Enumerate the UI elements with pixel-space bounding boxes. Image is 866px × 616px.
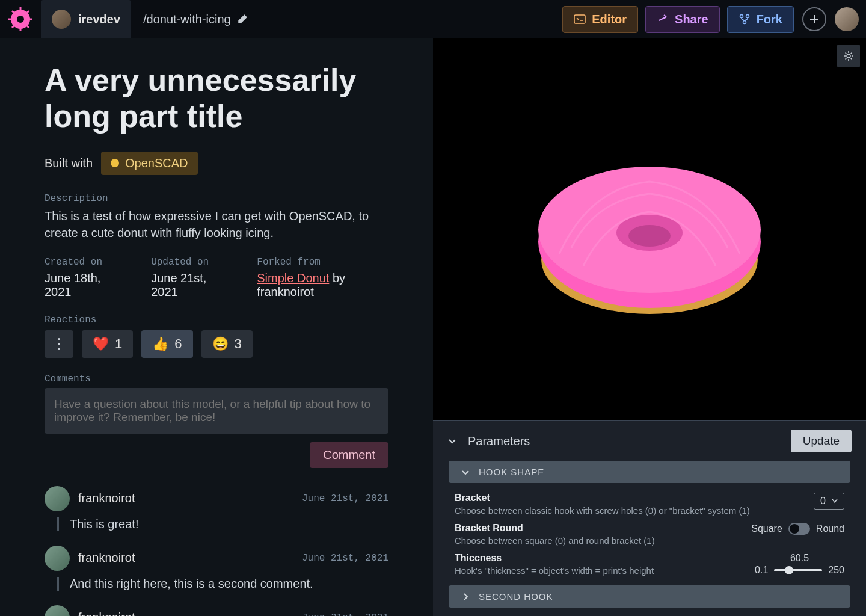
chevron-down-icon xyxy=(461,467,470,477)
fork-button[interactable]: Fork xyxy=(727,6,794,33)
svg-point-15 xyxy=(58,343,60,345)
current-user-avatar[interactable] xyxy=(835,7,859,31)
slider-max: 250 xyxy=(828,565,844,576)
reaction-count: 1 xyxy=(115,336,122,352)
comment-body: This is great! xyxy=(57,517,388,531)
param-bracket-round: Bracket Round Choose between square (0) … xyxy=(433,519,866,549)
tool-name: OpenSCAD xyxy=(125,156,188,170)
description-label: Description xyxy=(45,193,388,204)
svg-point-22 xyxy=(628,225,671,247)
share-button[interactable]: Share xyxy=(645,6,720,33)
forked-by-prefix: by xyxy=(329,271,345,285)
toggle-left-label: Square xyxy=(751,523,782,534)
share-icon xyxy=(657,13,669,25)
built-with-row: Built with OpenSCAD xyxy=(45,152,388,175)
reactions-more-button[interactable] xyxy=(45,330,73,358)
bracket-round-toggle[interactable] xyxy=(788,523,810,535)
dots-vertical-icon xyxy=(57,337,61,351)
toggle-right-label: Round xyxy=(816,523,844,534)
reactions-row: ❤️1👍6😄3 xyxy=(45,330,388,358)
reaction-count: 6 xyxy=(174,336,182,352)
comment: franknoirotJune 21st, 2021And this right… xyxy=(45,605,388,616)
svg-line-7 xyxy=(26,25,29,28)
param-help: Hook's "thickness" = object's width = pr… xyxy=(455,565,755,576)
created-label: Created on xyxy=(45,257,121,268)
reaction-button[interactable]: 😄3 xyxy=(201,330,253,358)
description-text: This is a test of how expressive I can g… xyxy=(45,208,388,241)
svg-point-13 xyxy=(743,21,746,24)
comment-avatar[interactable] xyxy=(45,605,70,616)
param-section-hook-shape[interactable]: HOOK SHAPE xyxy=(449,461,850,483)
new-button[interactable] xyxy=(802,7,826,31)
page-title: A very unnecessarily long part title xyxy=(45,63,388,135)
viewer-pane: Parameters Update HOOK SHAPE Bracket Cho… xyxy=(433,38,866,616)
editor-icon xyxy=(574,13,586,25)
forked-from: Simple Donut by franknoirot xyxy=(257,271,388,299)
param-bracket: Bracket Choose between classic hook with… xyxy=(433,489,866,519)
dropdown-icon xyxy=(832,499,838,504)
pencil-icon[interactable] xyxy=(237,14,248,25)
parameters-panel: Parameters Update HOOK SHAPE Bracket Cho… xyxy=(433,420,866,616)
svg-line-8 xyxy=(26,11,29,13)
parameters-title: Parameters xyxy=(468,434,780,448)
thiccness-slider[interactable] xyxy=(774,569,822,571)
svg-point-11 xyxy=(740,15,743,18)
created-date: June 18th, 2021 xyxy=(45,271,121,299)
fork-label: Fork xyxy=(757,13,782,26)
comment-submit-button[interactable]: Comment xyxy=(310,442,388,468)
model-viewer[interactable] xyxy=(433,38,866,420)
reaction-emoji: 😄 xyxy=(212,336,229,352)
comment-date: June 21st, 2021 xyxy=(302,612,388,616)
gear-icon xyxy=(843,50,855,62)
param-name: Bracket xyxy=(455,493,814,504)
slider-min: 0.1 xyxy=(755,565,768,576)
fork-icon xyxy=(739,13,751,25)
comment-avatar[interactable] xyxy=(45,486,70,511)
built-with-label: Built with xyxy=(45,156,93,170)
param-name: Bracket Round xyxy=(455,523,751,534)
svg-point-17 xyxy=(847,54,850,58)
breadcrumb-path[interactable]: /donut-with-icing xyxy=(143,13,231,26)
donut-render xyxy=(523,128,776,332)
plus-icon xyxy=(809,14,820,25)
param-help: Choose between square (0) and round brac… xyxy=(455,535,751,546)
reactions-label: Reactions xyxy=(45,315,388,325)
svg-line-9 xyxy=(12,25,14,28)
param-thiccness: Thiccness Hook's "thickness" = object's … xyxy=(433,549,866,579)
comment: franknoirotJune 21st, 2021And this right… xyxy=(45,546,388,591)
comment-author[interactable]: franknoirot xyxy=(78,491,293,505)
forked-by: franknoirot xyxy=(257,285,314,298)
top-bar: irevdev /donut-with-icing Editor Share F… xyxy=(0,0,866,38)
comment-author[interactable]: franknoirot xyxy=(78,551,293,565)
editor-label: Editor xyxy=(592,13,627,26)
tool-chip[interactable]: OpenSCAD xyxy=(101,152,198,175)
svg-line-6 xyxy=(12,11,14,13)
viewer-settings-button[interactable] xyxy=(837,45,860,67)
breadcrumb: /donut-with-icing xyxy=(143,13,248,26)
comment-input[interactable] xyxy=(45,388,388,434)
svg-point-16 xyxy=(58,348,60,350)
owner-avatar xyxy=(52,10,71,29)
editor-button[interactable]: Editor xyxy=(562,6,638,33)
tool-dot-icon xyxy=(111,159,119,167)
comment-author[interactable]: franknoirot xyxy=(78,611,293,616)
forked-link[interactable]: Simple Donut xyxy=(257,271,329,285)
reaction-button[interactable]: 👍6 xyxy=(141,330,192,358)
select-value: 0 xyxy=(820,496,826,507)
details-pane: A very unnecessarily long part title Bui… xyxy=(0,38,433,616)
param-help: Choose between classic hook with screw h… xyxy=(455,505,814,516)
app-logo[interactable] xyxy=(7,6,34,32)
svg-point-1 xyxy=(17,16,24,23)
reaction-emoji: ❤️ xyxy=(93,336,109,352)
bracket-select[interactable]: 0 xyxy=(814,493,844,510)
chevron-right-icon xyxy=(461,592,470,602)
comment-avatar[interactable] xyxy=(45,546,70,571)
updated-label: Updated on xyxy=(151,257,227,268)
share-label: Share xyxy=(675,13,708,26)
chevron-down-icon[interactable] xyxy=(447,436,457,446)
owner-chip[interactable]: irevdev xyxy=(41,0,131,38)
param-section-second-hook[interactable]: SECOND HOOK xyxy=(449,585,850,608)
slider-value: 60.5 xyxy=(790,553,809,564)
update-button[interactable]: Update xyxy=(791,430,852,452)
reaction-button[interactable]: ❤️1 xyxy=(82,330,133,358)
